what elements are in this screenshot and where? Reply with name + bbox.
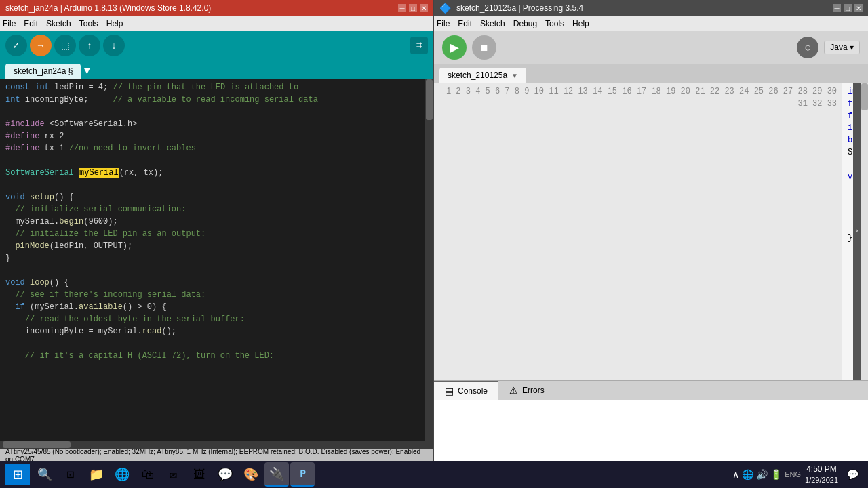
processing-run-button[interactable]: ▶ <box>442 35 467 60</box>
taskbar-app-arduino[interactable]: 🔌 <box>264 462 289 487</box>
processing-tab-label: sketch_210125a <box>448 70 507 80</box>
processing-menu-debug[interactable]: Debug <box>513 19 537 28</box>
upload-button[interactable]: → <box>30 35 52 56</box>
processing-close-button[interactable]: ✕ <box>854 4 863 12</box>
processing-mode-button[interactable]: ⬡ <box>797 37 818 58</box>
arduino-menu-sketch[interactable]: Sketch <box>46 19 71 28</box>
arduino-title: sketch_jan24a | Arduino 1.8.13 (Windows … <box>5 3 211 13</box>
processing-code-content[interactable]: import processing.serial.*; float boxX; … <box>842 83 853 380</box>
taskbar-apps: 🔍 ⊡ 📁 🌐 🛍 ✉ 🖼 💬 🎨 🔌 Ᵽ <box>33 462 315 487</box>
processing-menu-file[interactable]: File <box>437 19 450 28</box>
processing-menu-sketch[interactable]: Sketch <box>480 19 505 28</box>
tray-lang: ENG <box>785 470 801 479</box>
arduino-tab-bar: sketch_jan24a § ▼ <box>0 60 433 79</box>
processing-title: sketch_210125a | Processing 3.5.4 <box>456 3 583 13</box>
arduino-code-area: const int ledPin = 4; // the pin that th… <box>0 79 433 441</box>
console-tab-label: Console <box>458 386 488 396</box>
tray-icons: ∧ 🌐 🔊 🔋 ENG <box>732 469 801 480</box>
tray-expand-icon[interactable]: ∧ <box>732 469 739 480</box>
errors-tab-label: Errors <box>522 386 545 395</box>
console-tab[interactable]: ▤ Console <box>434 381 498 400</box>
save-button[interactable]: ↓ <box>103 35 125 56</box>
tray-time[interactable]: 4:50 PM 1/29/2021 <box>805 464 838 485</box>
processing-line-numbers: 1 2 3 4 5 6 7 8 9 10 11 12 13 14 15 16 1… <box>434 83 842 380</box>
arduino-status-text: ATtiny25/45/85 (No bootloader); Enabled;… <box>5 448 428 462</box>
taskbar: ⊞ 🔍 ⊡ 📁 🌐 🛍 ✉ 🖼 💬 🎨 🔌 Ᵽ ∧ 🌐 🔊 🔋 ENG 4:50… <box>0 461 868 488</box>
processing-editor: 🔷 sketch_210125a | Processing 3.5.4 ─ □ … <box>434 0 868 461</box>
arduino-menu-file[interactable]: File <box>3 19 16 28</box>
processing-titlebar: 🔷 sketch_210125a | Processing 3.5.4 ─ □ … <box>434 0 868 16</box>
arduino-menu-edit[interactable]: Edit <box>24 19 38 28</box>
taskbar-app-mail[interactable]: ✉ <box>161 462 186 487</box>
arduino-editor: sketch_jan24a | Arduino 1.8.13 (Windows … <box>0 0 434 461</box>
taskbar-tray: ∧ 🌐 🔊 🔋 ENG 4:50 PM 1/29/2021 💬 <box>732 464 863 485</box>
arduino-tab-label: sketch_jan24a § <box>14 66 73 76</box>
console-icon: ▤ <box>445 386 454 396</box>
processing-code-area: 1 2 3 4 5 6 7 8 9 10 11 12 13 14 15 16 1… <box>434 83 868 380</box>
arduino-menubar: File Edit Sketch Tools Help <box>0 16 433 31</box>
processing-tab[interactable]: sketch_210125a ▼ <box>439 68 526 83</box>
taskbar-app-explorer[interactable]: 📁 <box>84 462 108 487</box>
arduino-tab-expand[interactable]: ▼ <box>83 65 90 79</box>
arduino-titlebar: sketch_jan24a | Arduino 1.8.13 (Windows … <box>0 0 433 16</box>
arduino-bottom-status: ATtiny25/45/85 (No bootloader); Enabled;… <box>0 449 433 461</box>
tab-dropdown-icon[interactable]: ▼ <box>511 72 518 79</box>
arduino-menu-help[interactable]: Help <box>106 19 123 28</box>
taskbar-app-skype[interactable]: 💬 <box>213 462 237 487</box>
tray-date: 1/29/2021 <box>805 475 838 485</box>
arduino-minimize-button[interactable]: ─ <box>398 4 406 12</box>
arduino-close-button[interactable]: ✕ <box>420 4 428 12</box>
processing-minimize-button[interactable]: ─ <box>833 4 841 12</box>
arduino-toolbar: ✓ → ⬚ ↑ ↓ ⌗ <box>0 31 433 60</box>
processing-bottom-panel: ▤ Console ⚠ Errors <box>434 380 868 461</box>
new-button[interactable]: ⬚ <box>54 35 76 56</box>
processing-menu-edit[interactable]: Edit <box>458 19 472 28</box>
processing-stop-button[interactable]: ■ <box>472 35 496 60</box>
console-content <box>434 400 868 461</box>
arduino-scroll-y[interactable] <box>425 79 433 441</box>
verify-button[interactable]: ✓ <box>5 35 27 56</box>
errors-icon: ⚠ <box>509 385 518 396</box>
taskbar-app-store[interactable]: 🛍 <box>136 462 160 487</box>
processing-menu-tools[interactable]: Tools <box>545 19 564 28</box>
taskbar-app-search[interactable]: 🔍 <box>33 462 57 487</box>
processing-menubar: File Edit Sketch Debug Tools Help <box>434 16 868 31</box>
arduino-code-content[interactable]: const int ledPin = 4; // the pin that th… <box>0 79 425 441</box>
taskbar-app-processing[interactable]: Ᵽ <box>290 462 315 487</box>
processing-menu-help[interactable]: Help <box>572 19 589 28</box>
processing-toolbar: ▶ ■ ⬡ Java ▾ <box>434 31 868 64</box>
tray-volume-icon[interactable]: 🔊 <box>756 469 768 480</box>
processing-bottom-tabs: ▤ Console ⚠ Errors <box>434 381 868 400</box>
arduino-menu-tools[interactable]: Tools <box>79 19 98 28</box>
taskbar-app-paint[interactable]: 🎨 <box>239 462 263 487</box>
tray-clock: 4:50 PM <box>805 464 838 475</box>
errors-tab[interactable]: ⚠ Errors <box>498 381 555 400</box>
java-badge[interactable]: Java ▾ <box>824 41 860 54</box>
processing-tab-bar: sketch_210125a ▼ <box>434 64 868 83</box>
processing-scroll-y[interactable] <box>861 83 868 380</box>
processing-right-collapse[interactable]: › <box>853 83 861 380</box>
arduino-maximize-button[interactable]: □ <box>409 4 417 12</box>
tray-battery-icon[interactable]: 🔋 <box>770 469 782 480</box>
taskbar-app-edge[interactable]: 🌐 <box>110 462 134 487</box>
processing-maximize-button[interactable]: □ <box>844 4 852 12</box>
open-button[interactable]: ↑ <box>79 35 100 56</box>
start-button[interactable]: ⊞ <box>5 464 30 485</box>
taskbar-app-taskview[interactable]: ⊡ <box>58 462 83 487</box>
taskbar-app-photos[interactable]: 🖼 <box>187 462 212 487</box>
notification-button[interactable]: 💬 <box>842 464 863 485</box>
arduino-tab[interactable]: sketch_jan24a § <box>5 64 81 79</box>
serial-monitor-button[interactable]: ⌗ <box>410 37 428 54</box>
tray-network-icon[interactable]: 🌐 <box>742 469 753 480</box>
